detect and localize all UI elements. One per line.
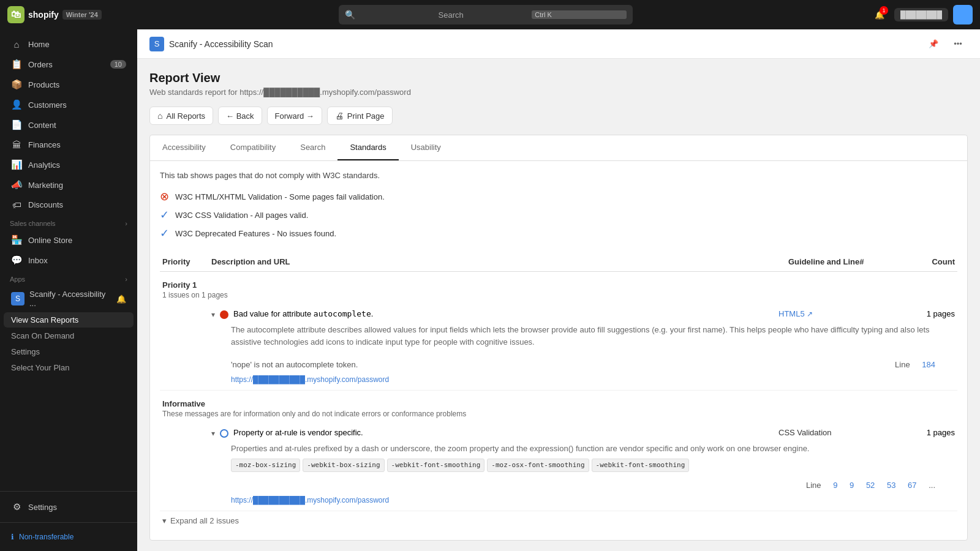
line-53-link[interactable]: 53 (887, 481, 895, 490)
sidebar-item-finances[interactable]: 🏛 Finances (4, 135, 134, 154)
sidebar-item-products[interactable]: 📦 Products (4, 75, 134, 94)
sidebar-label-discounts: Discounts (28, 200, 63, 209)
more-options-button[interactable]: ••• (948, 34, 968, 54)
sidebar-label-online-store: Online Store (28, 236, 72, 245)
vendor-guideline-text: CSS Validation (778, 428, 831, 437)
vendor-line-label: Line (806, 481, 821, 490)
issue-chevron[interactable]: ▾ (211, 309, 215, 319)
avatar[interactable] (953, 5, 973, 24)
sidebar-item-scanify[interactable]: S Scanify - Accessibility ... 🔔 (4, 286, 134, 312)
vendor-chevron[interactable]: ▾ (211, 428, 215, 438)
sidebar-item-select-plan[interactable]: Select Your Plan (4, 360, 134, 375)
line-9b-link[interactable]: 9 (850, 481, 854, 490)
back-button[interactable]: ← Back (218, 107, 262, 125)
tabs-header: Accessibility Compatibility Search Stand… (150, 135, 967, 161)
print-label: Print Page (347, 111, 385, 121)
sidebar-item-settings-sub[interactable]: Settings (4, 344, 134, 359)
sales-channels-chevron: › (125, 220, 127, 227)
issue-row-vendor: ▾ Property or at-rule is vendor specific… (160, 422, 957, 511)
issue-row-autocomplete: ▾ Bad value for attribute autocomplete. … (160, 303, 957, 391)
sidebar-item-analytics[interactable]: 📊 Analytics (4, 155, 134, 174)
informative-sub: These messages are for information only … (160, 410, 957, 422)
settings-icon: ⚙ (11, 501, 22, 512)
forward-button[interactable]: Forward → (267, 107, 322, 125)
scanify-bell-icon[interactable]: 🔔 (116, 294, 126, 304)
informative-row: Informative These messages are for infor… (160, 391, 957, 422)
version-badge: Winter '24 (62, 10, 102, 20)
apps-section[interactable]: Apps › (0, 271, 137, 285)
sidebar-item-settings[interactable]: ⚙ Settings (4, 497, 134, 517)
search-bar[interactable]: 🔍 Search Ctrl K (339, 5, 633, 24)
line-52-link[interactable]: 52 (866, 481, 875, 490)
sidebar-item-content[interactable]: 📄 Content (4, 115, 134, 135)
priority1-label: Priority 1 (160, 277, 957, 291)
tab-usability[interactable]: Usability (399, 135, 453, 160)
sales-channels-section[interactable]: Sales channels › (0, 215, 137, 230)
line-number-link[interactable]: 184 (922, 360, 935, 369)
sidebar-item-customers[interactable]: 👤 Customers (4, 95, 134, 114)
home-btn-icon: ⌂ (157, 111, 162, 121)
vendor-content: Property or at-rule is vendor specific. (233, 428, 774, 437)
code-tag-0: -moz-box-sizing (231, 459, 300, 473)
content-icon: 📄 (11, 119, 22, 130)
all-reports-button[interactable]: ⌂ All Reports (149, 107, 213, 125)
sidebar-item-orders[interactable]: 📋 Orders 10 (4, 54, 134, 74)
discounts-icon: 🏷 (11, 200, 22, 210)
sidebar-item-home[interactable]: ⌂ Home (4, 35, 134, 54)
report-subtitle: Web standards report for https://███████… (149, 88, 968, 97)
issue-url-link[interactable]: https://██████████.myshopify.com/passwor… (231, 375, 935, 384)
expand-all-button[interactable]: ▾ Expand all 2 issues (160, 511, 957, 530)
sidebar-label-finances: Finances (28, 140, 61, 149)
settings-label: Settings (28, 503, 57, 512)
topbar-right: 🔔 1 ████████ (870, 5, 973, 24)
vendor-url-link[interactable]: https://██████████.myshopify.com/passwor… (231, 496, 935, 504)
pass-icon-deprecated: ✓ (160, 227, 169, 240)
pass-icon-css: ✓ (160, 208, 169, 222)
online-store-icon: 🏪 (11, 234, 22, 246)
expand-all-row: ▾ Expand all 2 issues (160, 511, 957, 531)
validation-item-deprecated: ✓ W3C Deprecated Features - No issues fo… (160, 224, 957, 242)
vendor-line: Line 9 9 52 53 67 ... (209, 478, 957, 493)
sidebar-settings-section: ⚙ Settings (0, 491, 137, 522)
tab-accessibility[interactable]: Accessibility (150, 135, 218, 160)
validation-text-css: W3C CSS Validation - All pages valid. (175, 211, 308, 220)
guideline-link[interactable]: HTML5 (778, 309, 805, 318)
sidebar-label-analytics: Analytics (28, 160, 60, 170)
issue-dot-red (220, 310, 228, 319)
content-area: S Scanify - Accessibility Scan 📌 ••• Rep… (137, 29, 980, 551)
sidebar-item-scan-on-demand[interactable]: Scan On Demand (4, 328, 134, 343)
non-transferable-badge: ℹ Non-transferable (7, 529, 130, 545)
issue-detail-text: The autocomplete attribute describes all… (231, 324, 935, 348)
tab-description: This tab shows pages that do not comply … (160, 171, 957, 180)
line-67-link[interactable]: 67 (908, 481, 916, 490)
th-description: Description and URL (209, 252, 786, 272)
select-plan-label: Select Your Plan (11, 363, 69, 372)
informative-section: Informative These messages are for infor… (160, 395, 957, 422)
search-placeholder: Search (439, 10, 527, 20)
sidebar-item-discounts[interactable]: 🏷 Discounts (4, 195, 134, 214)
back-label: ← Back (226, 111, 254, 121)
user-menu[interactable]: ████████ (894, 8, 948, 21)
fail-icon: ⊗ (160, 190, 169, 203)
print-button[interactable]: 🖨 Print Page (327, 107, 393, 125)
sidebar: ⌂ Home 📋 Orders 10 📦 Products 👤 Customer… (0, 29, 137, 551)
shopify-logo[interactable]: 🛍 shopify Winter '24 (7, 6, 102, 23)
informative-label: Informative (160, 395, 957, 410)
vendor-desc: Property or at-rule is vendor specific. (233, 428, 363, 437)
code-tag-3: -moz-osx-font-smoothing (487, 459, 589, 473)
tabs-container: Accessibility Compatibility Search Stand… (149, 135, 968, 541)
issue-main-autocomplete: ▾ Bad value for attribute autocomplete. … (209, 303, 957, 321)
line-9a-link[interactable]: 9 (833, 481, 837, 490)
sidebar-item-inbox[interactable]: 💬 Inbox (4, 250, 134, 270)
notifications-button[interactable]: 🔔 1 (870, 5, 889, 24)
pin-button[interactable]: 📌 (924, 34, 943, 54)
th-guideline: Guideline and Line# (786, 252, 908, 272)
sidebar-item-online-store[interactable]: 🏪 Online Store (4, 230, 134, 250)
tab-compatibility[interactable]: Compatibility (218, 135, 288, 160)
code-tag-2: -webkit-font-smoothing (387, 459, 485, 473)
tab-search[interactable]: Search (288, 135, 337, 160)
tab-standards[interactable]: Standards (337, 135, 398, 160)
sidebar-item-marketing[interactable]: 📣 Marketing (4, 175, 134, 195)
sidebar-item-view-scan-reports[interactable]: View Scan Reports (4, 312, 134, 328)
info-icon: ℹ (11, 533, 14, 541)
